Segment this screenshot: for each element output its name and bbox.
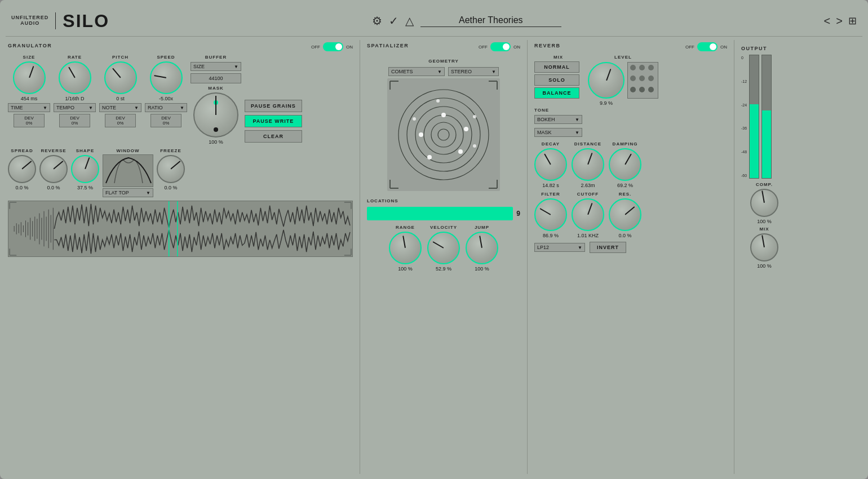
meter-fill-left [750,104,759,178]
triangle-icon[interactable]: △ [405,14,414,28]
window-dropdown[interactable]: FLAT TOP▼ [103,188,153,197]
spread-knob[interactable] [8,155,36,183]
scale-60: -60 [741,174,747,178]
distance-label: DISTANCE [574,141,601,147]
pitch-knob[interactable] [104,61,137,94]
spread-col: SPREAD 0.0 % [8,148,36,190]
mix-balance-btn[interactable]: BALANCE [534,87,579,99]
pause-grains-btn[interactable]: PAUSE GRAINS [245,100,302,112]
speed-dev: DEV0% [150,114,181,127]
buffer-section: BUFFER SIZE▼ 44100 [191,55,241,83]
buffer-size-dropdown[interactable]: SIZE▼ [191,62,241,71]
output-mix-value: 100 % [757,263,772,269]
svg-rect-39 [387,78,500,191]
speed-knob[interactable] [150,61,183,94]
output-display: 0 -12 -24 -36 -48 -60 [741,55,787,179]
divider-3 [734,40,734,474]
spat-toggle-off: OFF [479,45,488,50]
jump-knob[interactable] [466,232,498,264]
spatializer-label: SPATIALIZER [367,43,409,48]
locations-label: LOCATIONS [367,198,398,203]
invert-btn[interactable]: INVERT [590,242,626,253]
svg-point-49 [427,155,432,159]
plugin-container: UNFILTERED AUDIO SILO ⚙ ✓ △ Aether Theor… [0,0,868,479]
scale-36: -36 [741,126,747,130]
spat-toggle-on: ON [513,45,520,50]
granulator-toggle-switch[interactable] [323,42,343,51]
range-knob[interactable] [389,232,422,264]
divider-2 [527,40,528,474]
res-knob[interactable] [609,198,641,231]
comp-knob[interactable] [750,189,778,217]
tone-dropdown[interactable]: BOKEH▼ [534,115,582,124]
output-mix-section: MIX 100 % [741,227,787,269]
filter-knob[interactable] [534,198,567,231]
shape-label: SHAPE [76,148,95,153]
mask-area: MASK 100 % [191,86,241,145]
grid-icon[interactable]: ⊞ [848,15,857,27]
spatializer-toggle: OFF ON [479,42,520,51]
preset-name[interactable]: Aether Theories [420,15,561,27]
filter-type-dropdown[interactable]: LP12▼ [534,243,585,252]
svg-point-51 [473,144,476,148]
stereo-mode-dropdown[interactable]: STEREO▼ [448,67,499,76]
reverb-toggle: OFF ON [685,42,727,51]
waveform-display: /* generated via CSS */ [8,201,353,257]
rvj-row: RANGE 100 % VELOCITY 52.9 % JUMP [367,225,520,272]
distance-knob[interactable] [572,148,604,181]
spatializer-section: SPATIALIZER OFF ON GEOMETRY COMETS▼ STER… [365,40,522,474]
rate-knob[interactable] [59,61,91,94]
decay-knob[interactable] [534,148,567,181]
cutoff-knob[interactable] [572,198,604,231]
reverb-section: REVERB OFF ON MIX NORMAL SOLO BALANCE TO… [532,40,729,474]
next-arrow[interactable]: > [836,15,843,28]
rate-col: RATE 1/16th D TEMPO▼ DEV0% [54,55,96,127]
velocity-knob[interactable] [427,232,460,264]
svg-point-47 [464,127,468,131]
stereo-mode-value: STEREO [451,69,472,74]
damping-knob[interactable] [609,148,641,181]
res-label: RES. [619,192,632,197]
clear-btn[interactable]: CLEAR [245,130,302,143]
window-col: WINDOW FLAT TOP▼ [103,148,153,197]
spatializer-toggle-switch[interactable] [490,42,511,51]
size-mode-dropdown[interactable]: TIME▼ [8,103,50,112]
filter-value: 86.9 % [543,233,559,238]
window-display [103,154,153,187]
level-section: LEVEL 9.9 % [588,55,658,137]
cutoff-col: CUTOFF 1.01 KHZ [572,192,604,238]
tone-label: TONE [534,108,549,113]
mask-knob[interactable] [193,92,238,138]
geometry-type-dropdown[interactable]: COMETS▼ [388,67,445,76]
scale-24: -24 [741,103,747,107]
gear-icon[interactable]: ⚙ [372,14,382,28]
speed-mode-dropdown[interactable]: RATIO▼ [145,103,187,112]
reverb-toggle-switch[interactable] [697,42,718,51]
reverse-knob[interactable] [39,155,68,183]
freeze-knob[interactable] [157,155,185,183]
mask-dropdown[interactable]: MASK▼ [534,128,582,137]
main-area: GRANULATOR OFF ON SIZE 454 ms TIM [6,40,862,474]
mix-solo-btn[interactable]: SOLO [534,74,579,86]
spread-label: SPREAD [11,148,33,153]
geometry-type-value: COMETS [391,69,413,74]
check-icon[interactable]: ✓ [389,14,398,28]
velocity-value: 52.9 % [436,266,451,272]
pause-write-btn[interactable]: PAUSE WRITE [245,115,302,127]
output-mix-knob[interactable] [750,233,778,261]
prev-arrow[interactable]: < [824,15,831,28]
mask-label: MASK [208,86,224,91]
size-value: 454 ms [21,96,38,101]
meter-fill-right [762,110,771,178]
level-knob[interactable] [588,62,625,99]
shape-knob[interactable] [71,155,99,183]
size-knob[interactable] [13,61,46,94]
rate-mode-dropdown[interactable]: TEMPO▼ [54,103,96,112]
pitch-mode-dropdown[interactable]: NOTE▼ [99,103,141,112]
freeze-label: FREEZE [160,148,181,153]
cutoff-value: 1.01 KHZ [577,233,599,238]
rate-dev: DEV0% [59,114,90,127]
speed-value: -5.00x [159,96,173,101]
mix-normal-btn[interactable]: NORMAL [534,61,579,73]
comp-col: COMP. 100 % [741,182,787,224]
